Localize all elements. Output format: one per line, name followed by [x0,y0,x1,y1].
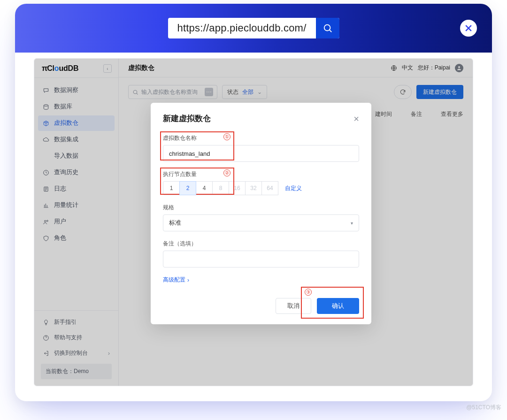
close-icon[interactable]: × [353,114,359,123]
name-input[interactable] [163,145,359,162]
field-remark: 备注（选填） [163,240,359,267]
remark-input[interactable] [163,251,359,267]
spec-label: 规格 [163,204,359,212]
search-icon[interactable] [316,18,339,38]
nodes-label: 执行节点数量 [163,170,359,178]
advanced-link[interactable]: 高级配置 › [163,276,359,284]
node-option-32: 32 [245,181,262,195]
modal-title: 新建虚拟数仓 [163,113,211,124]
node-option-4[interactable]: 4 [196,181,213,195]
app-shell: πCloudDB ‹ 数据洞察 数据库 虚拟数仓 数据集成 导入数据 查询历史 … [34,58,473,386]
node-option-16: 16 [229,181,246,195]
url-field[interactable]: https://app.pieclouddb.com/ [168,18,339,38]
name-label: 虚拟数仓名称 [163,134,359,142]
field-nodes: ② 执行节点数量 1248163264自定义 [163,170,359,195]
watermark: @51CTO博客 [466,404,501,412]
cancel-button[interactable]: 取消 [276,298,311,314]
node-option-1[interactable]: 1 [163,181,180,195]
node-options: 1248163264自定义 [163,181,359,195]
node-option-8: 8 [212,181,229,195]
svg-line-1 [330,30,331,32]
custom-nodes-link[interactable]: 自定义 [285,184,302,192]
field-spec: 规格 标准 ▾ [163,204,359,231]
confirm-button[interactable]: 确认 [317,298,359,314]
remark-label: 备注（选填） [163,240,359,248]
node-option-64: 64 [261,181,278,195]
field-name: ① 虚拟数仓名称 [163,134,359,162]
caret-down-icon: ▾ [351,221,353,226]
svg-point-0 [324,25,330,31]
chevron-right-icon: › [187,277,189,283]
spec-select[interactable]: 标准 ▾ [163,214,359,231]
url-text: https://app.pieclouddb.com/ [168,22,316,34]
url-bar: https://app.pieclouddb.com/ [15,4,492,53]
close-button[interactable] [460,20,477,37]
node-option-2[interactable]: 2 [179,181,196,195]
create-vdw-modal: 新建虚拟数仓 × ① 虚拟数仓名称 ② 执行节点数量 1248163264自定义… [151,103,371,324]
modal-actions: ③ 取消 确认 [163,298,359,314]
